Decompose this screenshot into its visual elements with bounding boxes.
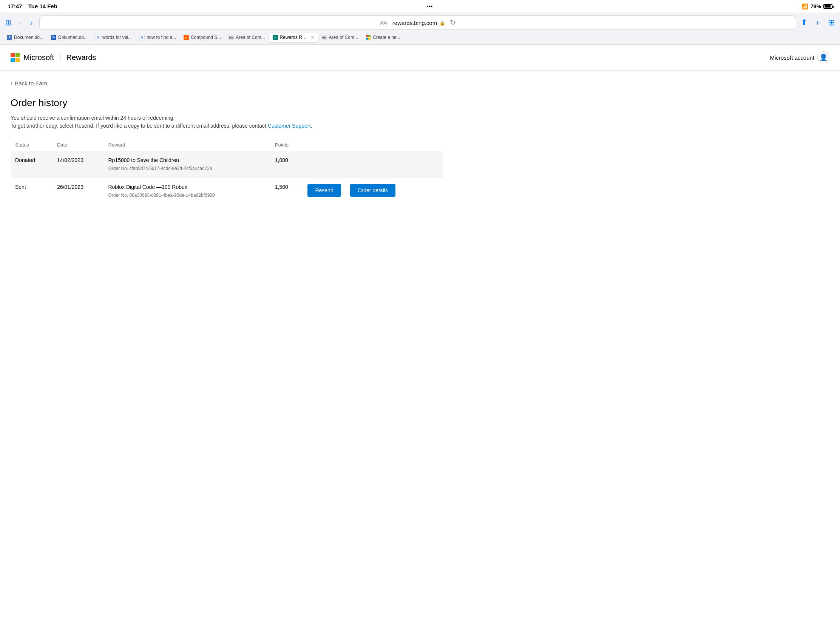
logo-red <box>11 53 15 57</box>
col-reward: Reward <box>104 139 270 151</box>
aa-button[interactable]: AA <box>380 20 387 26</box>
time-display: 17:47 <box>8 3 22 9</box>
customer-support-link[interactable]: Customer Support <box>268 123 311 129</box>
back-to-earn-link[interactable]: ‹ Back to Earn <box>11 80 443 87</box>
back-chevron-icon: ‹ <box>11 80 13 87</box>
tab-label: Dokumen.do... <box>14 35 43 40</box>
tab-favicon-w: W <box>51 35 56 40</box>
browser-actions: ⬆ ＋ ⊞ <box>801 17 835 28</box>
table-row: Donated 14/02/2023 Rp15000 to Save the C… <box>11 151 443 178</box>
tab-favicon-g2: G <box>139 35 145 40</box>
tab-label: Compound S... <box>191 35 221 40</box>
account-person-icon: 👤 <box>819 53 827 62</box>
order-table: Status Date Reward Points Donated 14/02/… <box>11 139 443 205</box>
page-content: Microsoft | Rewards Microsoft account 👤 … <box>0 44 840 220</box>
wifi-icon: 📶 <box>802 3 808 9</box>
microsoft-logo <box>11 53 20 62</box>
date-display: Tue 14 Feb <box>28 3 57 9</box>
tab-favicon-mm1: MM <box>229 35 234 40</box>
tab-label: words for val... <box>103 35 132 40</box>
cell-reward-donated: Rp15000 to Save the Children Order No. c… <box>104 151 270 178</box>
info-line-2: To get another copy, select Resend. If y… <box>11 122 443 130</box>
order-details-button[interactable]: Order details <box>350 184 395 197</box>
new-tab-button[interactable]: ＋ <box>813 17 822 28</box>
tab-label: how to find a... <box>147 35 176 40</box>
cell-date-sent: 26/01/2023 <box>52 178 104 205</box>
cell-reward-sent: Roblox Digital Code —100 Robux Order No.… <box>104 178 270 205</box>
reward-name: Roblox Digital Code —100 Robux <box>108 184 265 190</box>
tab-label: Dokumen.do... <box>58 35 88 40</box>
cell-points-sent: 1,500 <box>270 178 303 205</box>
tab-area-2[interactable]: MM Area of Com... <box>318 33 362 42</box>
tab-word[interactable]: W Dokumen.do... <box>47 33 92 42</box>
site-header: Microsoft | Rewards Microsoft account 👤 <box>0 44 840 71</box>
dots-indicator: ••• <box>427 3 433 9</box>
cell-status-donated: Donated <box>11 151 52 178</box>
tab-dokument[interactable]: F Dokumen.do... <box>3 33 47 42</box>
tab-rewards[interactable]: ✕ Rewards Re... ✕ <box>269 33 318 42</box>
order-number: Order No. cfab5d7c-5617-4cdc-9e3d-24f5b1… <box>108 166 265 172</box>
cell-actions-donated <box>303 151 443 178</box>
logo-yellow <box>16 58 20 62</box>
account-section[interactable]: Microsoft account 👤 <box>770 51 829 63</box>
cell-points-donated: 1,000 <box>270 151 303 178</box>
battery-icon <box>823 4 832 9</box>
tab-google-1[interactable]: G words for val... <box>92 33 136 42</box>
row-actions: Resend Order details <box>308 184 438 197</box>
site-title: Microsoft | Rewards <box>24 53 96 62</box>
col-actions <box>303 139 443 151</box>
site-logo: Microsoft | Rewards <box>11 53 96 62</box>
tab-compound[interactable]: O Compound S... <box>180 33 225 42</box>
address-bar[interactable]: AA rewards.bing.com 🔒 ↻ <box>39 16 796 30</box>
reload-button[interactable]: ↻ <box>450 19 455 27</box>
tab-create[interactable]: Create a ne... <box>362 33 404 42</box>
tabs-bar: F Dokumen.do... W Dokumen.do... G words … <box>0 33 840 44</box>
logo-blue <box>11 58 15 62</box>
table-body: Donated 14/02/2023 Rp15000 to Save the C… <box>11 151 443 205</box>
sidebar-toggle-button[interactable]: ⊞ <box>5 18 12 27</box>
cell-actions-sent: Resend Order details <box>303 178 443 205</box>
logo-green <box>16 53 20 57</box>
cell-date-donated: 14/02/2023 <box>52 151 104 178</box>
table-header: Status Date Reward Points <box>11 139 443 151</box>
tab-close-icon[interactable]: ✕ <box>311 35 314 40</box>
tabs-overview-button[interactable]: ⊞ <box>828 18 835 28</box>
tab-label: Area of Com... <box>329 35 358 40</box>
tab-label: Create a ne... <box>373 35 400 40</box>
forward-button[interactable]: › <box>28 18 35 28</box>
order-number: Order No. 08a30693-d891-4baa-93de-14ba62… <box>108 192 265 199</box>
url-display: rewards.bing.com <box>392 20 437 26</box>
col-points: Points <box>270 139 303 151</box>
battery-percent: 79% <box>810 3 821 9</box>
tab-favicon-bing: ✕ <box>273 35 278 40</box>
lock-icon: 🔒 <box>439 20 445 26</box>
tab-favicon-g1: G <box>95 35 101 40</box>
info-line-1: You should receive a confirmation email … <box>11 114 443 122</box>
status-bar: 17:47 Tue 14 Feb ••• 📶 79% <box>0 0 840 13</box>
col-date: Date <box>52 139 104 151</box>
account-avatar[interactable]: 👤 <box>817 51 829 63</box>
tab-favicon-ms <box>366 35 371 40</box>
tab-label: Rewards Re... <box>280 35 308 40</box>
tab-google-2[interactable]: G how to find a... <box>136 33 180 42</box>
tab-label: Area of Com... <box>236 35 265 40</box>
main-content: ‹ Back to Earn Order history You should … <box>0 71 453 220</box>
resend-button[interactable]: Resend <box>308 184 341 197</box>
account-label: Microsoft account <box>770 54 814 61</box>
reward-name: Rp15000 to Save the Children <box>108 157 265 163</box>
share-button[interactable]: ⬆ <box>801 18 807 28</box>
back-button[interactable]: ‹ <box>16 18 24 28</box>
back-to-earn-label: Back to Earn <box>15 80 47 87</box>
tab-area-1[interactable]: MM Area of Com... <box>225 33 268 42</box>
tab-favicon-f: F <box>7 35 12 40</box>
browser-chrome: ⊞ ‹ › AA rewards.bing.com 🔒 ↻ ⬆ ＋ ⊞ F Do… <box>0 13 840 44</box>
col-status: Status <box>11 139 52 151</box>
tab-favicon-mm2: MM <box>322 35 327 40</box>
cell-status-sent: Sent <box>11 178 52 205</box>
page-title: Order history <box>11 97 443 109</box>
info-text: You should receive a confirmation email … <box>11 114 443 130</box>
browser-toolbar: ⊞ ‹ › AA rewards.bing.com 🔒 ↻ ⬆ ＋ ⊞ <box>0 13 840 33</box>
tab-favicon-o: O <box>183 35 189 40</box>
table-row: Sent 26/01/2023 Roblox Digital Code —100… <box>11 178 443 205</box>
